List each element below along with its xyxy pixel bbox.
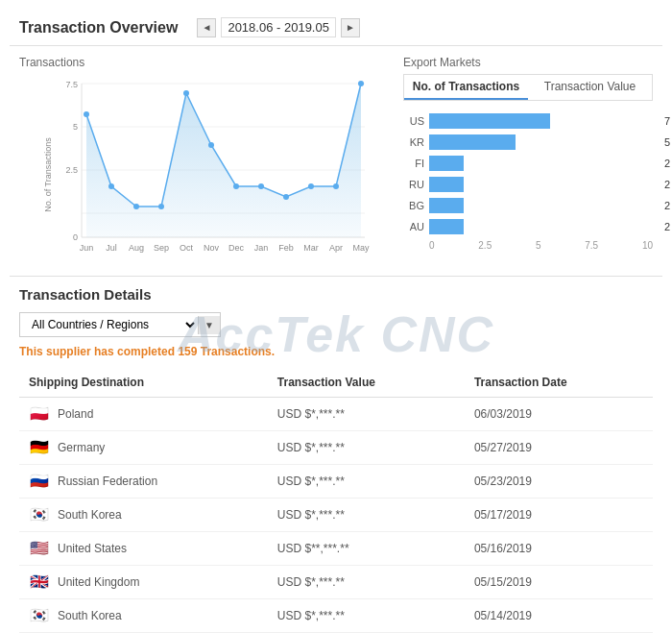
flag-icon: 🇺🇸 xyxy=(29,542,50,555)
transaction-value-cell: USD $*,***.** xyxy=(268,566,465,599)
svg-point-18 xyxy=(233,183,239,189)
shipping-destination-cell: 🇺🇸 United States xyxy=(19,532,268,566)
line-chart-container: Transactions No. of Transactions 7.5 5 2… xyxy=(19,56,394,266)
bar-fill xyxy=(429,219,464,234)
tab-transaction-value[interactable]: Transaction Value xyxy=(528,75,652,100)
transaction-date-cell: 05/17/2019 xyxy=(465,499,653,532)
transaction-details-section: Transaction Details AccTek CNC All Count… xyxy=(10,276,662,633)
country-filter-wrap[interactable]: All Countries / Regions ▼ xyxy=(19,312,221,337)
country-cell: 🇺🇸 United States xyxy=(29,542,258,555)
next-date-btn[interactable]: ► xyxy=(341,18,360,37)
bar-row-au: AU 2 xyxy=(403,219,653,234)
transaction-value-cell: USD $*,***.** xyxy=(268,465,465,499)
transactions-count: This supplier has completed 159 Transact… xyxy=(19,345,653,358)
export-tabs: No. of Transactions Transaction Value xyxy=(403,74,653,101)
line-chart-title: Transactions xyxy=(19,56,394,69)
bar-value: 2 xyxy=(664,177,670,192)
svg-point-12 xyxy=(84,111,89,117)
bar-fill xyxy=(429,198,464,213)
svg-text:Nov: Nov xyxy=(204,243,220,253)
svg-text:Jun: Jun xyxy=(80,243,94,253)
svg-text:Feb: Feb xyxy=(278,243,294,253)
flag-icon: 🇰🇷 xyxy=(29,508,50,522)
svg-point-14 xyxy=(133,204,139,209)
col-shipping-destination: Shipping Destination xyxy=(19,368,268,398)
bar-row-fi: FI 2 xyxy=(403,156,653,171)
bar-chart: US 7 KR 5 FI 2 RU 2 BG xyxy=(403,109,653,256)
shipping-destination-cell: 🇰🇷 South Korea xyxy=(19,599,268,633)
transaction-date-cell: 05/14/2019 xyxy=(465,599,653,633)
svg-text:Jul: Jul xyxy=(106,243,117,253)
country-name: South Korea xyxy=(58,508,122,522)
bar-label: RU xyxy=(403,179,424,190)
filter-row: All Countries / Regions ▼ xyxy=(19,312,653,337)
transaction-date-cell: 06/03/2019 xyxy=(465,398,653,431)
line-chart: No. of Transactions 7.5 5 2.5 0 xyxy=(19,74,394,266)
bar-label: US xyxy=(403,115,424,127)
table-row: 🇰🇷 South Korea USD $*,***.** 05/17/2019 xyxy=(19,499,653,532)
svg-point-23 xyxy=(358,81,364,86)
bar-track: 5 xyxy=(429,134,653,150)
bar-fill xyxy=(429,134,516,150)
shipping-destination-cell: 🇵🇱 Poland xyxy=(19,398,268,431)
svg-text:7.5: 7.5 xyxy=(65,80,78,89)
table-row: 🇺🇸 United States USD $**,***.** 05/16/20… xyxy=(19,532,653,566)
transaction-value-cell: USD $*,***.** xyxy=(268,499,465,532)
svg-point-21 xyxy=(308,183,314,189)
svg-text:Mar: Mar xyxy=(303,243,319,253)
transaction-value-cell: USD $*,***.** xyxy=(268,599,465,633)
shipping-destination-cell: 🇬🇧 United Kingdom xyxy=(19,566,268,599)
bar-value: 2 xyxy=(664,219,670,234)
svg-point-19 xyxy=(258,183,264,189)
transaction-value-cell: USD $*,***.** xyxy=(268,431,465,465)
bar-value: 5 xyxy=(664,134,670,150)
bar-value: 2 xyxy=(664,156,670,171)
bar-fill xyxy=(429,177,464,192)
svg-text:0: 0 xyxy=(73,232,78,242)
flag-icon: 🇬🇧 xyxy=(29,575,50,589)
bar-row-bg: BG 2 xyxy=(403,198,653,213)
bar-row-ru: RU 2 xyxy=(403,177,653,192)
line-chart-svg: No. of Transactions 7.5 5 2.5 0 xyxy=(19,74,394,266)
svg-point-22 xyxy=(333,183,339,189)
table-row: 🇰🇷 South Korea USD $*,***.** 05/14/2019 xyxy=(19,599,653,633)
country-cell: 🇰🇷 South Korea xyxy=(29,508,258,522)
export-markets-title: Export Markets xyxy=(403,56,653,69)
transaction-date-cell: 05/27/2019 xyxy=(465,431,653,465)
transaction-date-cell: 05/16/2019 xyxy=(465,532,653,566)
country-cell: 🇰🇷 South Korea xyxy=(29,609,258,622)
bar-label: KR xyxy=(403,136,424,148)
country-name: South Korea xyxy=(58,609,122,622)
col-transaction-date: Transaction Date xyxy=(465,368,653,398)
col-transaction-value: Transaction Value xyxy=(268,368,465,398)
transaction-date-cell: 05/15/2019 xyxy=(465,566,653,599)
bar-track: 2 xyxy=(429,177,653,192)
table-row: 🇷🇺 Russian Federation USD $*,***.** 05/2… xyxy=(19,465,653,499)
svg-text:5: 5 xyxy=(73,122,78,132)
shipping-destination-cell: 🇰🇷 South Korea xyxy=(19,499,268,532)
country-select[interactable]: All Countries / Regions xyxy=(20,313,198,336)
svg-text:Jan: Jan xyxy=(254,243,269,253)
country-name: Russian Federation xyxy=(58,475,157,488)
bar-fill xyxy=(429,156,464,171)
svg-point-17 xyxy=(208,142,214,148)
transaction-value-cell: USD $**,***.** xyxy=(268,532,465,566)
flag-icon: 🇵🇱 xyxy=(29,407,50,421)
bar-fill xyxy=(429,113,550,129)
svg-marker-11 xyxy=(86,84,361,237)
tab-no-transactions[interactable]: No. of Transactions xyxy=(404,75,528,100)
country-cell: 🇩🇪 Germany xyxy=(29,441,258,454)
svg-text:Oct: Oct xyxy=(180,243,194,253)
bar-label: FI xyxy=(403,158,424,169)
svg-text:Aug: Aug xyxy=(129,243,144,253)
page-title: Transaction Overview xyxy=(19,19,178,37)
flag-icon: 🇩🇪 xyxy=(29,441,50,454)
table-row: 🇩🇪 Germany USD $*,***.** 05/27/2019 xyxy=(19,431,653,465)
completed-text: This supplier has completed xyxy=(19,345,178,358)
shipping-destination-cell: 🇩🇪 Germany xyxy=(19,431,268,465)
bar-label: AU xyxy=(403,221,424,232)
svg-point-15 xyxy=(158,204,164,209)
prev-date-btn[interactable]: ◄ xyxy=(197,18,216,37)
svg-text:No. of Transactions: No. of Transactions xyxy=(43,137,53,212)
flag-icon: 🇷🇺 xyxy=(29,475,50,488)
